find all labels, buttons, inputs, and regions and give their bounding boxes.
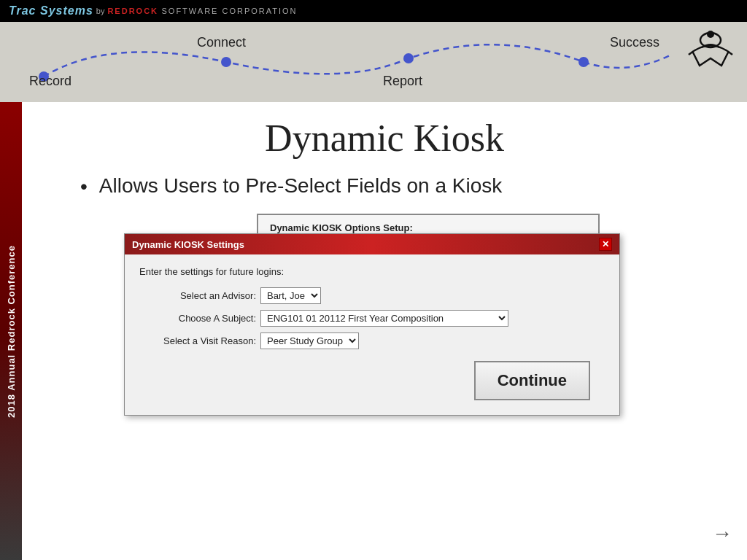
brand-by: by xyxy=(96,7,105,15)
app-header: Trac Systems by REDROCK SOFTWARE CORPORA… xyxy=(0,0,747,22)
sidebar: 2018 Annual Redrock Conference xyxy=(0,102,22,560)
reason-label: Select a Visit Reason: xyxy=(139,335,256,346)
bullet-item: • Allows Users to Pre-Select Fields on a… xyxy=(80,174,718,199)
dialog-title: Dynamic KIOSK Settings xyxy=(132,239,244,250)
dialog-titlebar: Dynamic KIOSK Settings ✕ xyxy=(125,234,619,254)
advisor-label: Select an Advisor: xyxy=(139,290,256,301)
logo-area xyxy=(681,26,740,84)
svg-point-3 xyxy=(578,57,589,67)
kiosk-settings-dialog: Dynamic KIOSK Settings ✕ Enter the setti… xyxy=(124,233,620,416)
svg-point-1 xyxy=(221,57,231,67)
nav-report-label: Report xyxy=(383,74,422,89)
page-title: Dynamic Kiosk xyxy=(51,117,718,160)
dialog-instruction: Enter the settings for future logins: xyxy=(139,266,605,277)
svg-point-5 xyxy=(707,31,714,38)
dialog-footer: Continue xyxy=(139,361,605,400)
dialog-body: Enter the settings for future logins: Se… xyxy=(125,254,619,415)
brand-redrock: REDROCK xyxy=(107,7,158,15)
subject-row: Choose A Subject: ENG101 01 20112 First … xyxy=(139,310,605,327)
brand-software: SOFTWARE CORPORATION xyxy=(161,7,297,15)
svg-point-2 xyxy=(403,53,414,63)
nav-next-arrow[interactable]: → xyxy=(712,522,732,545)
bullet-text: Allows Users to Pre-Select Fields on a K… xyxy=(99,174,502,198)
nav-success-label: Success xyxy=(610,35,659,50)
bullet-dot: • xyxy=(80,174,88,199)
subject-select[interactable]: ENG101 01 20112 First Year Composition xyxy=(260,310,508,327)
brand-trac: Trac Systems xyxy=(9,4,93,18)
subject-label: Choose A Subject: xyxy=(139,313,256,324)
sidebar-label: 2018 Annual Redrock Conference xyxy=(6,245,17,418)
continue-button[interactable]: Continue xyxy=(474,361,590,400)
reason-row: Select a Visit Reason: Peer Study Group xyxy=(139,332,605,349)
nav-strip: Record Connect Report Success xyxy=(0,22,747,102)
dialog-close-button[interactable]: ✕ xyxy=(599,238,612,251)
nav-record-label: Record xyxy=(29,74,71,89)
advisor-row: Select an Advisor: Bart, Joe xyxy=(139,287,605,304)
kiosk-options-title: Dynamic KIOSK Options Setup: xyxy=(270,222,587,233)
reason-select[interactable]: Peer Study Group xyxy=(260,332,359,349)
nav-connect-label: Connect xyxy=(197,35,246,50)
advisor-select[interactable]: Bart, Joe xyxy=(260,287,321,304)
